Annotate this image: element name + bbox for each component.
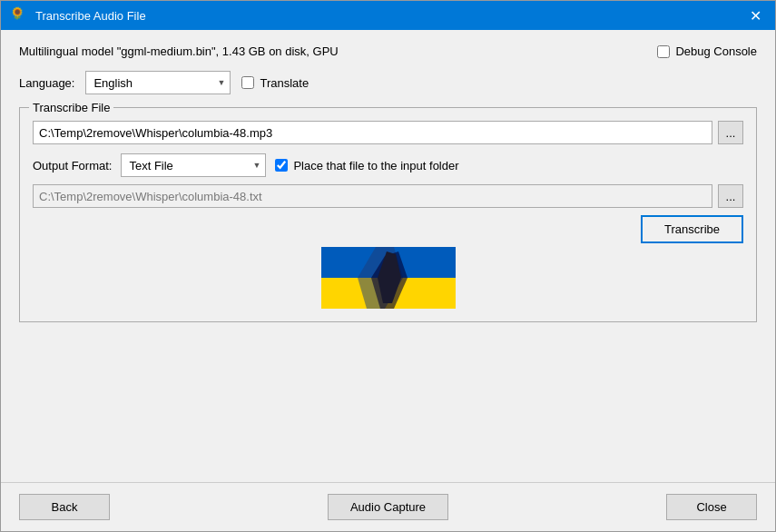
audio-capture-button[interactable]: Audio Capture — [328, 494, 448, 520]
title-bar: 🌻 Transcribe Audio File ✕ — [1, 1, 775, 30]
transcribe-file-group: Transcribe File ... Output Format: Text … — [19, 107, 757, 322]
translate-label: Translate — [260, 76, 309, 90]
output-format-label: Output Format: — [33, 159, 112, 172]
output-file-path-input — [33, 184, 712, 208]
image-area — [33, 247, 743, 309]
output-format-select-wrapper: Text File SRT VTT TSV JSON — [121, 153, 266, 177]
flag-svg — [321, 247, 456, 309]
window-title: Transcribe Audio File — [35, 9, 744, 23]
debug-console-checkbox[interactable] — [657, 45, 670, 58]
translate-row: Translate — [241, 76, 309, 90]
browse-file-button[interactable]: ... — [718, 121, 743, 144]
language-label: Language: — [19, 76, 74, 90]
file-input-row: ... — [33, 121, 743, 144]
footer: Back Audio Capture Close — [1, 482, 775, 531]
place-to-folder-label: Place that file to the input folder — [293, 159, 458, 172]
language-select[interactable]: English Spanish French German Italian Po… — [85, 71, 231, 94]
debug-console-row: Debug Console — [657, 44, 757, 58]
model-info-text: Multilingual model "ggml-medium.bin", 1.… — [19, 44, 339, 58]
app-icon: 🌻 — [10, 6, 28, 25]
language-select-wrapper: English Spanish French German Italian Po… — [85, 71, 231, 94]
close-button[interactable]: Close — [666, 494, 757, 520]
main-window: 🌻 Transcribe Audio File ✕ Multilingual m… — [0, 0, 776, 532]
close-icon[interactable]: ✕ — [744, 5, 766, 26]
output-format-select[interactable]: Text File SRT VTT TSV JSON — [121, 153, 266, 177]
place-checkbox-row: Place that file to the input folder — [275, 159, 458, 172]
main-content: Multilingual model "ggml-medium.bin", 1.… — [1, 30, 775, 482]
language-row: Language: English Spanish French German … — [19, 71, 757, 94]
transcribe-button[interactable]: Transcribe — [641, 215, 743, 243]
output-format-row: Output Format: Text File SRT VTT TSV JSO… — [33, 153, 743, 177]
back-button[interactable]: Back — [19, 494, 110, 520]
debug-console-label: Debug Console — [675, 44, 757, 58]
place-to-folder-checkbox[interactable] — [275, 159, 288, 172]
file-path-input[interactable] — [33, 121, 712, 144]
transcribe-button-row: Transcribe — [33, 215, 743, 243]
preview-image — [321, 247, 456, 309]
output-file-row: ... — [33, 184, 743, 208]
translate-checkbox[interactable] — [241, 76, 254, 89]
browse-output-button[interactable]: ... — [718, 184, 743, 208]
group-legend: Transcribe File — [29, 101, 113, 114]
info-row: Multilingual model "ggml-medium.bin", 1.… — [19, 44, 757, 58]
